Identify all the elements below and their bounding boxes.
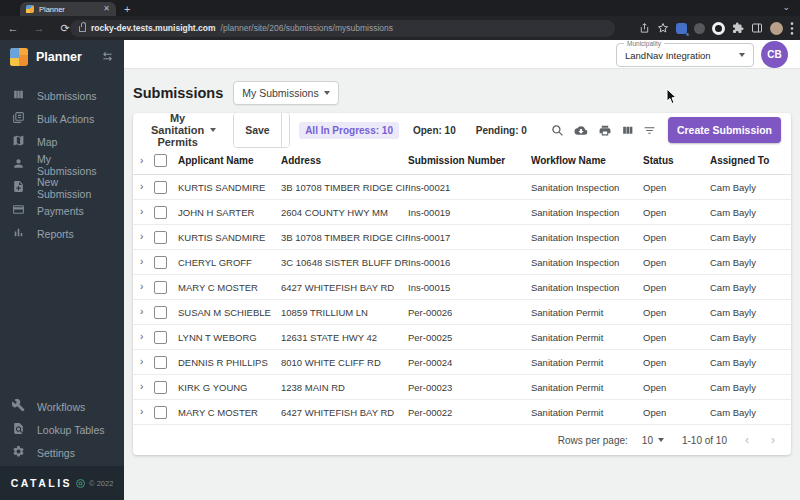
- municipality-select[interactable]: Municipality LandNav Integration: [616, 43, 754, 67]
- cell-applicant-name: KIRK G YOUNG: [178, 382, 281, 393]
- column-header[interactable]: Submission Number: [408, 155, 531, 166]
- table-row[interactable]: › KURTIS SANDMIRE 3B 10708 TIMBER RIDGE …: [133, 175, 791, 200]
- sidebar-item-bulk-actions[interactable]: Bulk Actions: [0, 107, 124, 130]
- tab-strip: Planner ✕ + ⌄: [0, 0, 800, 16]
- expand-row-icon[interactable]: ›: [138, 282, 154, 292]
- bulk-actions-icon: [12, 110, 25, 128]
- save-as-button[interactable]: Save As...: [281, 113, 290, 147]
- expand-row-icon[interactable]: ›: [138, 357, 154, 367]
- expand-row-icon[interactable]: ›: [138, 407, 154, 417]
- expand-row-icon[interactable]: ›: [138, 307, 154, 317]
- expand-row-icon[interactable]: ›: [138, 382, 154, 392]
- sidebar-item-lookup-tables[interactable]: Lookup Tables: [0, 418, 124, 441]
- view-selector-dropdown[interactable]: My Submissions: [233, 81, 338, 105]
- table-row[interactable]: › CHERYL GROFF 3C 10648 SISTER BLUFF DR …: [133, 250, 791, 275]
- url-path: /planner/site/206/submissions/mysubmissi…: [221, 23, 393, 33]
- row-checkbox[interactable]: [154, 406, 167, 419]
- sidebar-item-new-submission[interactable]: New Submission: [0, 176, 124, 199]
- extension-icon-2[interactable]: [694, 23, 705, 34]
- sidebar-bottom-nav: WorkflowsLookup TablesSettings: [0, 395, 124, 464]
- next-page-icon[interactable]: ›: [771, 433, 775, 447]
- url-bar[interactable]: rocky-dev.tests.munisight.com/planner/si…: [70, 20, 615, 37]
- row-checkbox[interactable]: [154, 206, 167, 219]
- sidebar-item-settings[interactable]: Settings: [0, 441, 124, 464]
- filter-icon[interactable]: [643, 124, 656, 137]
- column-header[interactable]: Workflow Name: [531, 155, 643, 166]
- cell-applicant-name: SUSAN M SCHIEBLE: [178, 307, 281, 318]
- cell-applicant-name: KURTIS SANDMIRE: [178, 232, 281, 243]
- back-icon[interactable]: ←: [0, 22, 26, 34]
- browser-profile-avatar[interactable]: [770, 22, 783, 35]
- share-icon[interactable]: [639, 22, 650, 34]
- browser-tab[interactable]: Planner ✕: [20, 2, 116, 16]
- table-row[interactable]: › KIRK G YOUNG 1238 MAIN RD Per-00023 Sa…: [133, 375, 791, 400]
- cell-assigned-to: Cam Bayly: [710, 332, 791, 343]
- previous-page-icon[interactable]: ‹: [745, 433, 749, 447]
- expand-row-icon[interactable]: ›: [138, 257, 154, 267]
- cell-submission-number: Ins-00015: [408, 282, 531, 293]
- rows-per-page-select[interactable]: 10: [642, 435, 664, 446]
- expand-row-icon[interactable]: ›: [138, 232, 154, 242]
- row-checkbox[interactable]: [154, 181, 167, 194]
- bookmark-star-icon[interactable]: [657, 22, 669, 34]
- export-cloud-download-icon[interactable]: [573, 124, 589, 137]
- print-icon[interactable]: [598, 124, 612, 137]
- sidebar-item-submissions[interactable]: Submissions: [0, 84, 124, 107]
- save-button[interactable]: Save: [234, 113, 281, 147]
- row-checkbox[interactable]: [154, 281, 167, 294]
- column-header[interactable]: Assigned To: [710, 155, 791, 166]
- sidebar-item-map[interactable]: Map: [0, 130, 124, 153]
- cell-submission-number: Ins-00021: [408, 182, 531, 193]
- cell-applicant-name: LYNN T WEBORG: [178, 332, 281, 343]
- expand-row-icon[interactable]: ›: [138, 332, 154, 342]
- catalis-logo: CATALIS: [11, 477, 72, 489]
- table-row[interactable]: › MARY C MOSTER 6427 WHITEFISH BAY RD Pe…: [133, 400, 791, 425]
- sidebar-collapse-icon[interactable]: [101, 48, 114, 66]
- column-header[interactable]: Status: [643, 155, 710, 166]
- row-checkbox[interactable]: [154, 331, 167, 344]
- table-row[interactable]: › KURTIS SANDMIRE 3B 10708 TIMBER RIDGE …: [133, 225, 791, 250]
- filter-chip[interactable]: Open: 10: [407, 122, 462, 139]
- cell-assigned-to: Cam Bayly: [710, 232, 791, 243]
- columns-icon[interactable]: [621, 124, 634, 137]
- chrome-menu-icon[interactable]: [790, 22, 794, 35]
- cell-assigned-to: Cam Bayly: [710, 282, 791, 293]
- table-row[interactable]: › SUSAN M SCHIEBLE 10859 TRILLIUM LN Per…: [133, 300, 791, 325]
- side-panel-icon[interactable]: [751, 22, 763, 34]
- cell-applicant-name: MARY C MOSTER: [178, 282, 281, 293]
- table-row[interactable]: › MARY C MOSTER 6427 WHITEFISH BAY RD In…: [133, 275, 791, 300]
- table-row[interactable]: › LYNN T WEBORG 12631 STATE HWY 42 Per-0…: [133, 325, 791, 350]
- main-content: Submissions My Submissions My Sanitation…: [124, 69, 800, 500]
- puzzle-extensions-icon[interactable]: [732, 22, 744, 34]
- select-all-checkbox[interactable]: [154, 154, 167, 167]
- row-checkbox[interactable]: [154, 381, 167, 394]
- sidebar-item-workflows[interactable]: Workflows: [0, 395, 124, 418]
- expand-row-icon[interactable]: ›: [138, 207, 154, 217]
- user-avatar[interactable]: CB: [761, 41, 788, 68]
- extension-icon[interactable]: [676, 23, 687, 34]
- table-row[interactable]: › DENNIS R PHILLIPS 8010 WHITE CLIFF RD …: [133, 350, 791, 375]
- column-header[interactable]: Applicant Name: [178, 155, 281, 166]
- row-checkbox[interactable]: [154, 231, 167, 244]
- sidebar-item-my-submissions[interactable]: My Submissions: [0, 153, 124, 176]
- expand-all-icon[interactable]: ›: [138, 156, 154, 166]
- row-checkbox[interactable]: [154, 306, 167, 319]
- filter-chip[interactable]: All In Progress: 10: [299, 122, 399, 139]
- forward-icon[interactable]: →: [26, 22, 52, 34]
- cell-submission-number: Ins-00019: [408, 207, 531, 218]
- new-tab-button[interactable]: +: [124, 3, 130, 15]
- extension-icon-3[interactable]: [712, 22, 725, 35]
- column-header[interactable]: Address: [281, 155, 408, 166]
- row-checkbox[interactable]: [154, 256, 167, 269]
- tab-close-icon[interactable]: ✕: [103, 5, 110, 13]
- search-icon[interactable]: [551, 124, 564, 137]
- expand-row-icon[interactable]: ›: [138, 182, 154, 192]
- sidebar-item-payments[interactable]: Payments: [0, 199, 124, 222]
- row-checkbox[interactable]: [154, 356, 167, 369]
- create-submission-button[interactable]: Create Submission: [668, 117, 781, 143]
- table-row[interactable]: › JOHN H SARTER 2604 COUNTY HWY MM Ins-0…: [133, 200, 791, 225]
- tab-search-chevron-icon[interactable]: ⌄: [782, 2, 790, 12]
- filter-chip[interactable]: Pending: 0: [470, 122, 533, 139]
- sidebar-item-reports[interactable]: Reports: [0, 222, 124, 245]
- preset-dropdown[interactable]: My Sanitation Permits: [143, 113, 224, 148]
